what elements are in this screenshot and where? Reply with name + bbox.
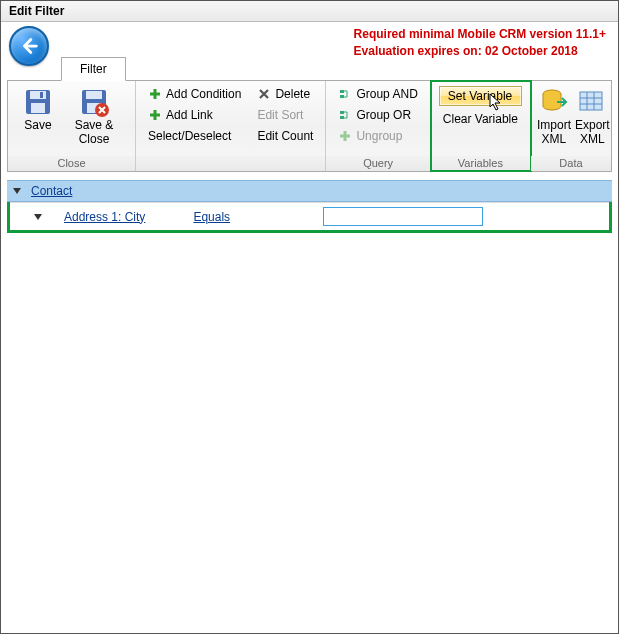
- floppy-icon: [23, 87, 53, 117]
- grid-export-icon: [577, 87, 607, 117]
- entity-row[interactable]: Contact: [7, 180, 612, 202]
- label: Clear Variable: [443, 112, 518, 126]
- ribbon: Save Save & Close Close Add Condition Ad…: [7, 80, 612, 172]
- condition-row[interactable]: Address 1: City Equals: [10, 202, 609, 230]
- filter-content: Contact Address 1: City Equals: [1, 172, 618, 241]
- db-import-icon: [539, 87, 569, 117]
- save-close-button[interactable]: Save & Close: [64, 83, 124, 154]
- ribbon-group-data: Import XML Export XML Data: [531, 81, 611, 171]
- svg-rect-10: [340, 111, 344, 114]
- x-icon: [257, 87, 271, 101]
- svg-rect-13: [580, 92, 602, 110]
- edit-sort-button: Edit Sort: [253, 106, 317, 124]
- add-condition-button[interactable]: Add Condition: [144, 85, 245, 103]
- edit-count-button[interactable]: Edit Count: [253, 127, 317, 145]
- label: Add Link: [166, 108, 213, 122]
- ribbon-group-edit: Add Condition Add Link Select/Deselect D…: [136, 81, 326, 171]
- group-or-button[interactable]: Group OR: [334, 106, 421, 124]
- import-xml-button[interactable]: Import XML: [535, 83, 573, 154]
- floppy-close-icon: [79, 87, 109, 117]
- label: Import XML: [537, 119, 571, 147]
- ungroup-button: Ungroup: [334, 127, 421, 145]
- label: Edit Sort: [257, 108, 303, 122]
- ribbon-group-query: Group AND Group OR Ungroup Query: [326, 81, 430, 171]
- notice-line: Evaluation expires on: 02 October 2018: [354, 43, 606, 60]
- label: Add Condition: [166, 87, 241, 101]
- svg-rect-2: [31, 103, 45, 113]
- save-label: Save: [24, 119, 51, 133]
- condition-area: Address 1: City Equals: [7, 202, 612, 233]
- label: Delete: [275, 87, 310, 101]
- svg-rect-3: [40, 92, 43, 98]
- save-button[interactable]: Save: [12, 83, 64, 154]
- ribbon-group-variables: Set Variable Clear Variable Variables: [431, 81, 531, 171]
- ribbon-group-close: Save Save & Close Close: [8, 81, 136, 171]
- delete-button[interactable]: Delete: [253, 85, 317, 103]
- label: Group AND: [356, 87, 417, 101]
- window-title: Edit Filter: [1, 1, 618, 22]
- label: Select/Deselect: [148, 129, 231, 143]
- label: Group OR: [356, 108, 411, 122]
- add-link-button[interactable]: Add Link: [144, 106, 245, 124]
- entity-name[interactable]: Contact: [31, 184, 72, 198]
- svg-rect-8: [340, 90, 344, 93]
- condition-operator[interactable]: Equals: [193, 210, 230, 224]
- chevron-down-icon[interactable]: [13, 188, 21, 194]
- group-title: Query: [326, 156, 429, 171]
- group-icon: [338, 108, 352, 122]
- group-title: [136, 156, 325, 171]
- cursor-icon: [489, 93, 503, 111]
- notice-text: Required minimal Mobile CRM version 11.1…: [354, 26, 610, 60]
- plus-icon: [148, 87, 162, 101]
- label: Ungroup: [356, 129, 402, 143]
- condition-value-input[interactable]: [323, 207, 483, 226]
- condition-field[interactable]: Address 1: City: [64, 210, 145, 224]
- tabs: Filter: [61, 57, 126, 81]
- svg-rect-9: [340, 95, 344, 98]
- svg-rect-1: [30, 91, 46, 99]
- group-title: Variables: [431, 156, 530, 171]
- back-arrow-icon: [18, 35, 40, 57]
- group-title: Close: [8, 156, 135, 171]
- plus-icon: [148, 108, 162, 122]
- header: Filter Required minimal Mobile CRM versi…: [1, 22, 618, 80]
- group-title: Data: [531, 156, 611, 171]
- clear-variable-button[interactable]: Clear Variable: [439, 110, 522, 128]
- chevron-down-icon[interactable]: [34, 214, 42, 220]
- group-and-button[interactable]: Group AND: [334, 85, 421, 103]
- notice-line: Required minimal Mobile CRM version 11.1…: [354, 26, 606, 43]
- label: Edit Count: [257, 129, 313, 143]
- export-xml-button[interactable]: Export XML: [573, 83, 612, 154]
- back-button[interactable]: [9, 26, 49, 66]
- svg-rect-5: [86, 91, 102, 99]
- set-variable-button[interactable]: Set Variable: [439, 86, 522, 106]
- save-close-label: Save & Close: [66, 119, 122, 147]
- tab-filter[interactable]: Filter: [61, 57, 126, 81]
- svg-rect-11: [340, 116, 344, 119]
- select-deselect-button[interactable]: Select/Deselect: [144, 127, 245, 145]
- group-icon: [338, 87, 352, 101]
- label: Export XML: [575, 119, 610, 147]
- plus-icon: [338, 129, 352, 143]
